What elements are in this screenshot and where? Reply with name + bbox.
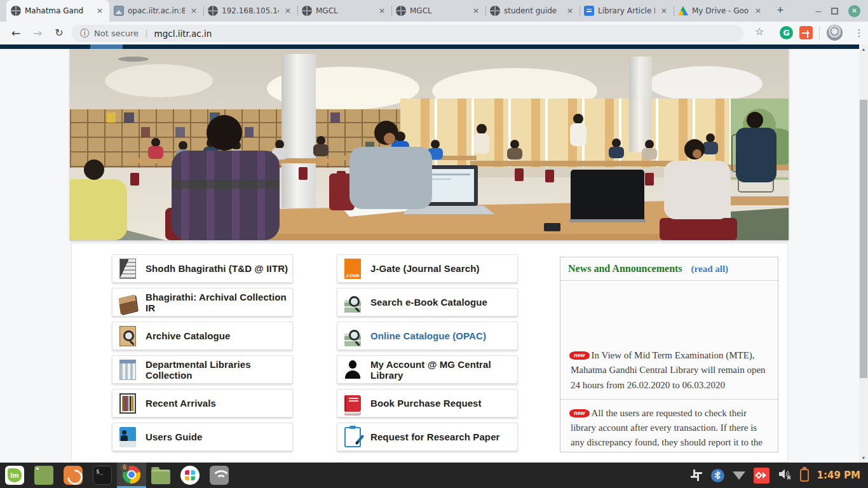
tab-mgcl-2[interactable]: MGCL × <box>391 0 485 22</box>
news-header: News and Announcements (read all) <box>560 257 778 281</box>
link-column-left: Shodh Bhagirathi (T&D @ IITR) Bhagirathi… <box>112 254 293 451</box>
globe-icon <box>11 6 21 16</box>
link-archive-catalogue[interactable]: Archive Catalogue <box>112 322 293 350</box>
read-all-link[interactable]: (read all) <box>691 264 728 274</box>
close-icon[interactable]: × <box>471 6 481 16</box>
maximize-button[interactable] <box>831 8 838 15</box>
url-text: mgcl.iitr.ac.in <box>154 29 212 39</box>
volume-muted-icon[interactable] <box>778 468 792 483</box>
link-users-guide[interactable]: Users Guide <box>112 423 293 451</box>
book-search-icon <box>344 292 361 313</box>
google-drive-icon <box>678 6 688 16</box>
new-badge: new <box>571 351 588 360</box>
minimize-button[interactable]: – <box>816 8 821 14</box>
close-icon[interactable]: × <box>189 6 199 16</box>
link-jgate[interactable]: J-Gate J-Gate (Journal Search) <box>337 254 518 283</box>
show-desktop-button[interactable] <box>29 463 58 488</box>
address-bar[interactable]: ⓘ Not secure | mgcl.iitr.ac.in <box>71 25 743 42</box>
thesis-book-icon <box>119 259 136 279</box>
slack-tray-icon[interactable] <box>690 469 703 482</box>
bluetooth-icon[interactable] <box>711 469 724 482</box>
url-divider: | <box>145 29 147 38</box>
tab-mahatma-gandhi-library[interactable]: Mahatma Gand × <box>6 0 109 22</box>
link-departmental-libraries[interactable]: Departmental Libraries Collection <box>112 355 293 384</box>
link-book-purchase-request[interactable]: Book Purchase Request <box>337 389 518 417</box>
tab-title: MGCL <box>316 6 373 15</box>
back-icon[interactable]: ← <box>8 25 24 41</box>
info-icon[interactable]: ⓘ <box>80 28 89 39</box>
tab-title: MGCL <box>410 6 467 15</box>
archive-box-icon <box>118 294 137 315</box>
book-search-icon <box>344 326 361 346</box>
desktop-icon <box>34 466 53 485</box>
tab-title: Library Article D <box>598 6 655 15</box>
window-close-button[interactable]: × <box>848 5 860 17</box>
link-label: Departmental Libraries Collection <box>146 359 292 381</box>
link-recent-arrivals[interactable]: Recent Arrivals <box>112 389 293 417</box>
network-settings-launcher[interactable] <box>205 463 234 488</box>
close-icon[interactable]: × <box>377 6 387 16</box>
red-book-icon <box>344 395 361 412</box>
chrome-window-count-badge: 6 <box>120 463 129 472</box>
globe-icon <box>208 6 218 16</box>
mint-menu-button[interactable]: lm <box>0 463 29 488</box>
firefox-launcher[interactable] <box>58 463 88 488</box>
archive-search-icon <box>119 326 136 346</box>
screen: Mahatma Gand × opac.iitr.ac.in:8 × 192.1… <box>0 0 868 488</box>
tab-opac[interactable]: opac.iitr.ac.in:8 × <box>109 0 203 22</box>
user-silhouette-icon <box>344 360 361 380</box>
link-online-catalogue-opac[interactable]: Online Catalogue (OPAC) <box>337 322 518 350</box>
close-icon[interactable]: × <box>659 6 669 16</box>
link-shodh-bhagirathi[interactable]: Shodh Bhagirathi (T&D @ IITR) <box>112 254 293 283</box>
link-label: J-Gate (Journal Search) <box>370 263 480 274</box>
slack-launcher[interactable] <box>175 463 205 488</box>
link-request-research-paper[interactable]: Request for Research Paper <box>337 423 518 451</box>
taskbar-clock[interactable]: 1:49 PM <box>817 470 860 481</box>
link-bhagirathi-archival[interactable]: Bhagirathi: Archival Collection IR <box>112 288 293 316</box>
news-text: All the users are requested to check the… <box>571 408 763 448</box>
close-icon[interactable]: × <box>565 6 575 16</box>
file-manager-launcher[interactable] <box>146 463 175 488</box>
tab-student-guide[interactable]: student guide × <box>485 0 580 22</box>
chrome-taskbar-button[interactable]: 6 <box>117 463 146 488</box>
browser-tab-bar: Mahatma Gand × opac.iitr.ac.in:8 × 192.1… <box>0 0 868 22</box>
news-panel: News and Announcements (read all) newIn … <box>560 257 778 452</box>
taskbar: lm $_ 6 <box>0 463 868 488</box>
page-scrollbar[interactable]: ▲ ▼ <box>859 44 868 463</box>
reload-icon[interactable]: ↻ <box>51 25 67 41</box>
tab-ip-address[interactable]: 192.168.105.14 × <box>203 0 297 22</box>
close-icon[interactable]: × <box>95 6 105 16</box>
scroll-down-arrow[interactable]: ▼ <box>859 453 868 463</box>
scrollbar-thumb[interactable] <box>860 100 867 378</box>
bookmark-star-icon[interactable]: ☆ <box>755 25 764 37</box>
forward-icon[interactable]: → <box>29 25 46 41</box>
tab-mgcl-1[interactable]: MGCL × <box>297 0 391 22</box>
anydesk-icon[interactable] <box>754 468 770 484</box>
link-ebook-catalogue[interactable]: Search e-Book Catalogue <box>337 288 518 316</box>
network-signal-icon[interactable] <box>733 471 745 480</box>
tab-my-drive[interactable]: My Drive - Goo × <box>674 0 768 22</box>
grammarly-extension-icon[interactable]: G <box>780 26 793 39</box>
content-card: Shodh Bhagirathi (T&D @ IITR) Bhagirathi… <box>71 243 788 463</box>
browser-menu-icon[interactable]: ⋮ <box>852 25 866 41</box>
close-icon[interactable]: × <box>753 6 763 16</box>
folder-icon <box>151 470 170 484</box>
link-my-account[interactable]: My Account @ MG Central Library <box>337 355 518 384</box>
terminal-launcher[interactable]: $_ <box>88 463 117 488</box>
profile-avatar[interactable] <box>827 25 843 41</box>
scroll-up-arrow[interactable]: ▲ <box>859 44 868 54</box>
orange-extension-icon[interactable] <box>799 26 813 39</box>
new-badge: new <box>571 409 588 417</box>
link-label: Book Purchase Request <box>370 398 482 409</box>
link-label: Request for Research Paper <box>370 431 500 442</box>
link-label: Archive Catalogue <box>146 330 230 341</box>
globe-icon <box>396 6 406 16</box>
tab-title: 192.168.105.14 <box>222 6 279 15</box>
close-icon[interactable]: × <box>283 6 293 16</box>
new-tab-button[interactable]: + <box>771 2 789 20</box>
system-tray: 1:49 PM <box>690 468 868 484</box>
wifi-icon <box>210 466 229 485</box>
image-icon <box>114 6 124 16</box>
tab-library-article[interactable]: Library Article D × <box>580 0 674 22</box>
battery-icon[interactable] <box>800 469 809 482</box>
